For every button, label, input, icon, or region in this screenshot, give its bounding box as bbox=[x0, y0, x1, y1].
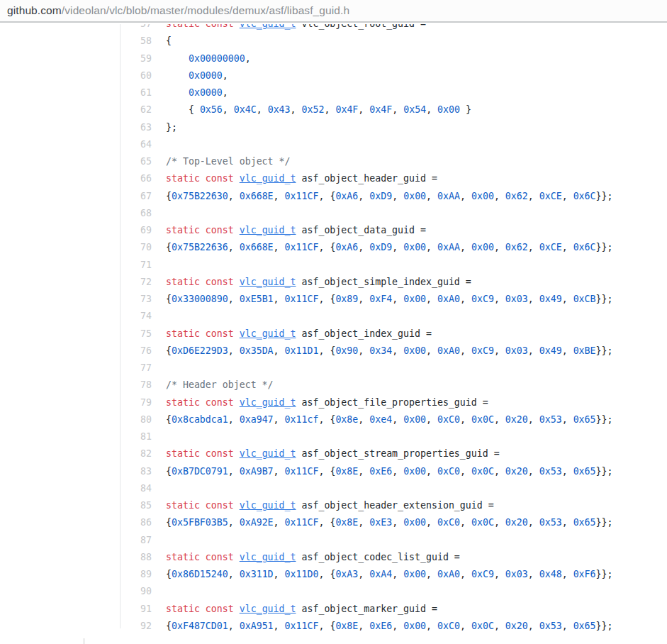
code-line: 70{0x75B22636, 0x668E, 0x11CF, {0xA6, 0x… bbox=[120, 239, 667, 256]
line-number[interactable]: 69 bbox=[120, 222, 152, 239]
code-text: static const vlc_guid_t asf_object_marke… bbox=[152, 601, 437, 618]
hex-literal-token: 0x00 bbox=[403, 294, 426, 304]
keyword-token: static const bbox=[166, 500, 234, 511]
code-line: 69static const vlc_guid_t asf_object_dat… bbox=[120, 222, 667, 239]
hex-literal-token: 0xC0 bbox=[437, 466, 460, 477]
browser-address-bar[interactable]: github.com/videolan/vlc/blob/master/modu… bbox=[0, 0, 667, 23]
line-number[interactable]: 65 bbox=[120, 153, 152, 170]
code-text bbox=[152, 480, 166, 497]
type-link-vlc_guid_t[interactable]: vlc_guid_t bbox=[240, 328, 296, 339]
code-line: 72static const vlc_guid_t asf_object_sim… bbox=[120, 274, 667, 291]
line-number[interactable]: 85 bbox=[120, 497, 152, 514]
line-number[interactable]: 77 bbox=[120, 360, 152, 377]
code-text: {0x86D15240, 0x311D, 0x11D0, {0xA3, 0xA4… bbox=[152, 566, 612, 583]
hex-literal-token: 0x0C bbox=[471, 517, 494, 528]
line-number[interactable]: 60 bbox=[120, 67, 152, 84]
hex-literal-token: 0xAA bbox=[437, 191, 460, 201]
type-link-vlc_guid_t[interactable]: vlc_guid_t bbox=[240, 552, 296, 562]
hex-literal-token: 0xA4 bbox=[369, 569, 392, 579]
hex-literal-token: 0xE5B1 bbox=[240, 294, 274, 304]
line-number[interactable]: 61 bbox=[120, 84, 152, 101]
line-number[interactable]: 79 bbox=[120, 394, 152, 411]
hex-literal-token: 0x11CF bbox=[285, 191, 319, 201]
code-text bbox=[152, 205, 166, 222]
line-number[interactable]: 58 bbox=[120, 33, 152, 50]
line-number[interactable]: 59 bbox=[120, 50, 152, 67]
hex-literal-token: 0x00 bbox=[403, 466, 426, 477]
line-number[interactable]: 88 bbox=[120, 549, 152, 566]
type-link-vlc_guid_t[interactable]: vlc_guid_t bbox=[240, 225, 296, 235]
type-link-vlc_guid_t[interactable]: vlc_guid_t bbox=[240, 448, 296, 459]
hex-literal-token: 0x4C bbox=[234, 104, 257, 115]
line-number[interactable]: 82 bbox=[120, 445, 152, 462]
line-number[interactable]: 83 bbox=[120, 463, 152, 480]
hex-literal-token: 0x20 bbox=[505, 466, 528, 477]
type-link-vlc_guid_t[interactable]: vlc_guid_t bbox=[240, 397, 296, 408]
code-text: {0xF487CD01, 0xA951, 0x11CF, {0x8E, 0xE6… bbox=[152, 618, 612, 635]
hex-literal-token: 0xB7DC0791 bbox=[172, 466, 228, 477]
line-number[interactable]: 67 bbox=[120, 188, 152, 205]
code-text: /* Header object */ bbox=[152, 377, 274, 394]
hex-literal-token: 0xC9 bbox=[471, 569, 494, 579]
line-number[interactable]: 57 bbox=[120, 24, 152, 33]
code-text: 0x00000000, bbox=[152, 50, 251, 67]
line-number[interactable]: 90 bbox=[120, 583, 152, 600]
hex-literal-token: 0xBE bbox=[573, 345, 596, 356]
line-number[interactable]: 62 bbox=[120, 101, 152, 118]
hex-literal-token: 0x8E bbox=[335, 621, 358, 631]
line-number[interactable]: 76 bbox=[120, 343, 152, 360]
line-number[interactable]: 73 bbox=[120, 291, 152, 308]
line-number[interactable]: 81 bbox=[120, 428, 152, 445]
line-number[interactable]: 87 bbox=[120, 532, 152, 549]
type-link-vlc_guid_t[interactable]: vlc_guid_t bbox=[240, 173, 296, 184]
hex-literal-token: 0x11CF bbox=[285, 621, 319, 631]
line-number[interactable]: 72 bbox=[120, 274, 152, 291]
hex-literal-token: 0x20 bbox=[505, 621, 528, 631]
hex-literal-token: 0xA0 bbox=[437, 294, 460, 304]
code-text: static const vlc_guid_t asf_object_heade… bbox=[152, 170, 437, 187]
line-number[interactable]: 70 bbox=[120, 239, 152, 256]
hex-literal-token: 0x49 bbox=[539, 345, 562, 356]
hex-literal-token: 0x11CF bbox=[285, 466, 319, 477]
code-text: static const vlc_guid_t asf_object_simpl… bbox=[152, 274, 471, 291]
type-link-vlc_guid_t[interactable]: vlc_guid_t bbox=[240, 24, 296, 29]
keyword-token: static const bbox=[166, 173, 234, 184]
hex-literal-token: 0x35DA bbox=[240, 345, 274, 356]
code-line: 91static const vlc_guid_t asf_object_mar… bbox=[120, 601, 667, 618]
hex-literal-token: 0x53 bbox=[539, 466, 562, 477]
code-line: 73{0x33000890, 0xE5B1, 0x11CF, {0x89, 0x… bbox=[120, 291, 667, 308]
line-number[interactable]: 78 bbox=[120, 377, 152, 394]
type-link-vlc_guid_t[interactable]: vlc_guid_t bbox=[240, 604, 296, 614]
hex-literal-token: 0x00 bbox=[403, 242, 426, 252]
line-number[interactable]: 75 bbox=[120, 326, 152, 343]
line-number[interactable]: 71 bbox=[120, 257, 152, 274]
code-text: {0xD6E229D3, 0x35DA, 0x11D1, {0x90, 0x34… bbox=[152, 343, 612, 360]
line-number[interactable]: 80 bbox=[120, 411, 152, 428]
hex-literal-token: 0x8cabdca1 bbox=[172, 414, 228, 425]
line-number[interactable]: 86 bbox=[120, 514, 152, 531]
line-number[interactable]: 89 bbox=[120, 566, 152, 583]
hex-literal-token: 0xA6 bbox=[335, 242, 358, 252]
line-number[interactable]: 92 bbox=[120, 618, 152, 635]
keyword-token: static const bbox=[166, 225, 234, 235]
code-line: 63}; bbox=[120, 119, 667, 136]
line-number[interactable]: 74 bbox=[120, 308, 152, 325]
keyword-token: static const bbox=[166, 448, 234, 459]
code-text: {0x75B22636, 0x668E, 0x11CF, {0xA6, 0xD9… bbox=[152, 239, 612, 256]
type-link-vlc_guid_t[interactable]: vlc_guid_t bbox=[240, 500, 296, 511]
line-number[interactable]: 68 bbox=[120, 205, 152, 222]
code-line: 68 bbox=[120, 205, 667, 222]
line-number[interactable]: 63 bbox=[120, 119, 152, 136]
line-number[interactable]: 64 bbox=[120, 136, 152, 153]
hex-literal-token: 0xAA bbox=[437, 242, 460, 252]
line-number[interactable]: 66 bbox=[120, 170, 152, 187]
code-text bbox=[152, 583, 166, 600]
hex-literal-token: 0x53 bbox=[539, 517, 562, 528]
line-number[interactable]: 84 bbox=[120, 480, 152, 497]
code-line: 64 bbox=[120, 136, 667, 153]
hex-literal-token: 0x54 bbox=[403, 104, 426, 115]
type-link-vlc_guid_t[interactable]: vlc_guid_t bbox=[240, 277, 296, 287]
hex-literal-token: 0xD9 bbox=[369, 242, 392, 252]
hex-literal-token: 0x00 bbox=[403, 191, 426, 201]
line-number[interactable]: 91 bbox=[120, 601, 152, 618]
